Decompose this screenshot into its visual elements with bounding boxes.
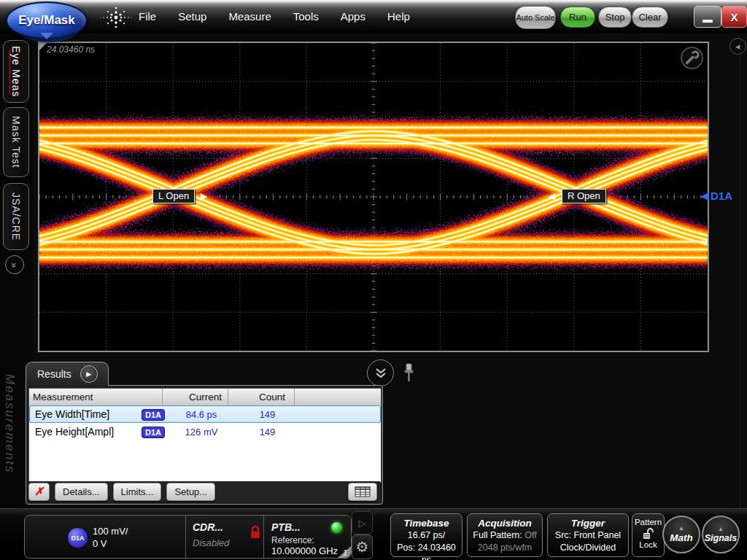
run-button[interactable]: Run xyxy=(560,7,595,28)
results-play-icon[interactable]: ▶ xyxy=(80,365,98,383)
menu-setup[interactable]: Setup xyxy=(178,10,206,23)
source-badge-cell: D1A xyxy=(142,426,169,438)
channel-offset: 0 V xyxy=(93,537,128,550)
setup-button[interactable]: Setup... xyxy=(166,483,215,501)
current-value: 126 mV xyxy=(169,427,234,438)
acquisition-points: 2048 pts/wfm xyxy=(468,542,542,554)
close-button[interactable]: X xyxy=(721,6,747,28)
window-edge xyxy=(740,33,740,560)
menu-tools[interactable]: Tools xyxy=(293,10,319,23)
sidebar-tab-jsa-cre[interactable]: JSA/CRE xyxy=(3,183,29,250)
trigger-source: Src: Front Panel xyxy=(548,529,628,542)
channel-status-group[interactable]: D1A 100 mV/ 0 V CDR... Disabled PTB... R… xyxy=(24,515,352,559)
trigger-title: Trigger xyxy=(548,517,628,529)
menu-apps[interactable]: Apps xyxy=(341,10,365,23)
lock-label: Lock xyxy=(632,540,664,550)
tab-label: JSA/CRE xyxy=(10,192,22,241)
column-count[interactable]: Count xyxy=(228,389,295,405)
sidebar-tab-mask-test[interactable]: Mask Test xyxy=(3,107,29,177)
limits-button[interactable]: Limits... xyxy=(113,483,162,501)
results-toolbar: ✗ Details... Limits... Setup... xyxy=(28,481,380,502)
acquisition-title: Acquisition xyxy=(468,517,542,529)
menu-measure[interactable]: Measure xyxy=(228,10,271,23)
up-triangle-icon: ▲ xyxy=(718,526,724,532)
clear-button[interactable]: Clear xyxy=(632,7,668,28)
double-chevron-down-icon xyxy=(374,367,388,380)
active-tab-accent xyxy=(9,50,10,95)
table-row-eye-height[interactable]: Eye Height[Ampl] D1A 126 mV 149 xyxy=(29,423,381,440)
waveform-display[interactable]: 24.03460 ns L Open ▶ R Open ◀ xyxy=(38,42,709,352)
source-badge-cell: D1A xyxy=(142,408,169,420)
up-triangle-icon: ▲ xyxy=(678,526,684,532)
wrench-icon xyxy=(682,48,702,68)
cdr-title[interactable]: CDR... xyxy=(193,521,223,533)
column-current[interactable]: Current xyxy=(163,389,228,405)
divider xyxy=(263,516,264,558)
titlebar: File Setup Measure Tools Apps Help Auto … xyxy=(0,0,747,33)
acquisition-panel[interactable]: Acquisition Full Pattern: Off 2048 pts/w… xyxy=(467,513,543,557)
ptb-reference-label: Reference: xyxy=(271,535,314,545)
current-value: 84.6 ps xyxy=(169,409,234,420)
table-row-eye-width[interactable]: Eye Width[Time] D1A 84.6 ps 149 xyxy=(29,405,381,423)
eye-mask-mode-button[interactable]: Eye/Mask xyxy=(6,1,88,39)
math-label: Math xyxy=(670,532,693,543)
count-value: 149 xyxy=(234,409,301,420)
column-filler xyxy=(295,389,381,405)
timebase-panel[interactable]: Timebase 16.67 ps/ Pos: 24.03460 ns xyxy=(390,513,462,557)
count-value: 149 xyxy=(234,427,301,438)
pattern-label: Pattern xyxy=(632,518,664,527)
display-tools-button[interactable] xyxy=(681,47,703,69)
channel-scale: 100 mV/ xyxy=(93,525,128,537)
channel-scale-offset: 100 mV/ 0 V xyxy=(93,525,128,550)
l-open-marker[interactable]: L Open xyxy=(152,189,195,203)
delete-measurement-button[interactable]: ✗ xyxy=(28,483,50,501)
auto-scale-button[interactable]: Auto Scale xyxy=(515,6,556,29)
trigger-panel[interactable]: Trigger Src: Front Panel Clock/Divided xyxy=(547,513,629,557)
timebase-annotation: 24.03460 ns xyxy=(47,44,95,55)
acquisition-pattern: Full Pattern: Off xyxy=(468,529,542,542)
pattern-lock-panel[interactable]: Pattern Lock xyxy=(632,513,665,557)
r-open-marker[interactable]: R Open xyxy=(562,189,606,203)
trigger-mode: Clock/Divided xyxy=(548,542,628,554)
timebase-position: Pos: 24.03460 ns xyxy=(391,542,462,560)
timebase-title: Timebase xyxy=(391,517,462,529)
timebase-marker-icon xyxy=(39,43,47,50)
results-collapse-button[interactable] xyxy=(367,359,394,386)
channel-marker-label: D1A xyxy=(711,190,732,202)
signals-button[interactable]: ▲ Signals xyxy=(702,516,740,553)
collapse-panel-icon[interactable]: ◀ xyxy=(729,38,746,55)
stop-button[interactable]: Stop xyxy=(598,7,632,28)
agilent-spark-logo xyxy=(99,2,133,33)
results-tab[interactable]: Results ▶ xyxy=(26,362,109,386)
cdr-locked-icon xyxy=(249,525,261,542)
r-open-arrow-icon: ◀ xyxy=(549,192,555,201)
channel-marker-icon: ◀ xyxy=(701,190,708,201)
math-button[interactable]: ▲ Math xyxy=(662,516,700,553)
tab-label: Mask Test xyxy=(10,116,22,168)
results-tab-label: Results xyxy=(37,368,71,380)
results-table-header: Measurement Current Count xyxy=(29,389,381,405)
minimize-button[interactable] xyxy=(694,6,721,28)
channel-d1a-badge[interactable]: D1A xyxy=(67,527,88,548)
eye-diagram-plot xyxy=(39,43,708,351)
ptb-title[interactable]: PTB... xyxy=(271,521,301,533)
statusbar-settings-button[interactable]: ⚙ xyxy=(352,534,373,559)
channel-badge: D1A xyxy=(142,427,165,438)
panel-page-number: 1 xyxy=(343,548,347,557)
channel-level-marker[interactable]: ◀ D1A xyxy=(701,190,732,202)
app-window: File Setup Measure Tools Apps Help Auto … xyxy=(0,0,747,560)
sidebar-tab-eye-meas[interactable]: Eye Meas xyxy=(3,40,29,103)
pattern-unlocked-icon xyxy=(632,527,664,540)
l-open-arrow-icon: ▶ xyxy=(201,192,207,201)
pin-icon[interactable] xyxy=(403,363,415,386)
column-measurement[interactable]: Measurement xyxy=(29,389,163,405)
menu-file[interactable]: File xyxy=(139,10,156,23)
measurement-name: Eye Height[Ampl] xyxy=(29,426,142,438)
app-mode-label: Eye/Mask xyxy=(18,13,75,28)
details-button[interactable]: Details... xyxy=(55,483,108,501)
table-view-button[interactable] xyxy=(348,483,377,501)
sidebar-expand-icon[interactable]: » xyxy=(5,255,24,274)
menu-help[interactable]: Help xyxy=(387,10,410,23)
statusbar: D1A 100 mV/ 0 V CDR... Disabled PTB... R… xyxy=(0,508,747,560)
statusbar-play-button[interactable]: ▷ xyxy=(352,511,373,534)
